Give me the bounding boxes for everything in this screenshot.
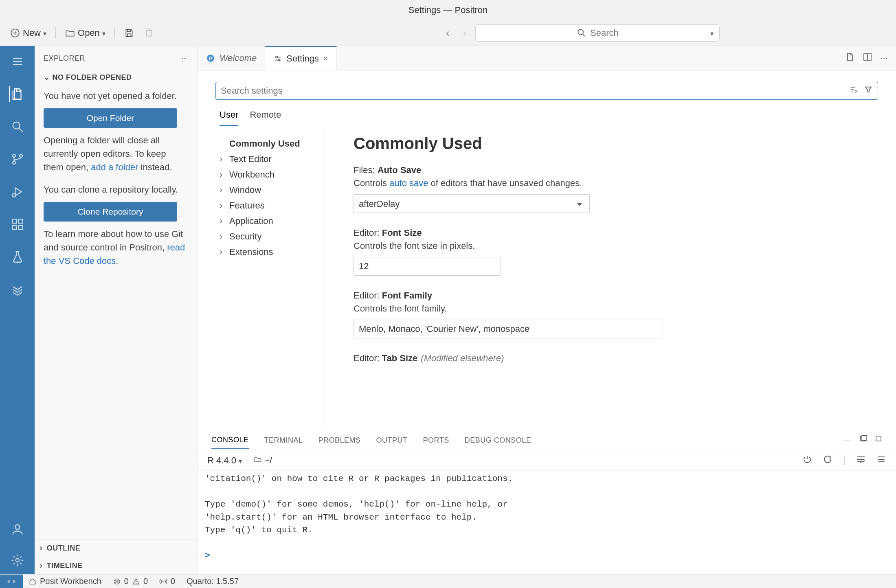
folder-icon	[254, 455, 262, 463]
settings-scope-tabs: User Remote	[198, 104, 896, 126]
cwd-button[interactable]: ~/	[254, 455, 272, 466]
remote-indicator[interactable]	[0, 575, 23, 588]
search-placeholder: Search	[590, 28, 619, 38]
panel-close-button[interactable]	[875, 435, 882, 444]
chevron-right-icon	[220, 185, 227, 195]
open-settings-json-button[interactable]	[845, 52, 854, 64]
new-menu[interactable]: New	[7, 26, 49, 40]
open-menu[interactable]: Open	[62, 26, 108, 40]
console-wrap-button[interactable]	[856, 454, 866, 467]
activity-search[interactable]	[9, 118, 26, 135]
panel-tab-problems[interactable]: PROBLEMS	[318, 430, 361, 449]
account-icon	[11, 522, 24, 536]
clone-repo-button[interactable]: Clone Repository	[44, 202, 177, 222]
folder-open-icon	[65, 28, 75, 38]
console-output[interactable]: 'citation()' on how to cite R or R packa…	[198, 471, 896, 574]
panel-minimize-button[interactable]: —	[844, 435, 852, 444]
remote-icon	[7, 577, 16, 586]
svg-point-18	[15, 525, 20, 529]
activity-manage[interactable]	[9, 552, 26, 568]
toc-application[interactable]: Application	[220, 213, 325, 229]
fontsize-input[interactable]	[354, 257, 501, 276]
toc-workbench[interactable]: Workbench	[220, 167, 325, 182]
panel-tab-output[interactable]: OUTPUT	[376, 430, 408, 449]
console-restart-button[interactable]	[823, 454, 832, 467]
activity-accounts[interactable]	[9, 521, 26, 538]
debug-icon	[11, 185, 24, 199]
svg-point-43	[136, 583, 136, 583]
svg-rect-17	[18, 219, 22, 223]
toc-extensions[interactable]: Extensions	[220, 244, 325, 260]
toc-commonly-used[interactable]: Commonly Used	[220, 136, 325, 151]
panel-maximize-button[interactable]	[859, 435, 867, 444]
panel-tab-debug[interactable]: DEBUG CONSOLE	[465, 430, 531, 449]
explorer-sidebar: EXPLORER ··· ⌄ NO FOLDER OPENED You have…	[35, 46, 198, 574]
square-icon	[875, 435, 882, 442]
nav-forward-button[interactable]: ›	[458, 27, 471, 39]
panel-tab-console[interactable]: CONSOLE	[211, 430, 249, 449]
home-icon	[29, 577, 37, 586]
console-clear-button[interactable]	[876, 454, 886, 467]
clear-search-button[interactable]	[849, 85, 858, 97]
activity-testing[interactable]	[9, 249, 26, 265]
settings-heading: Commonly Used	[354, 134, 872, 153]
scope-user[interactable]: User	[220, 110, 238, 126]
filter-settings-button[interactable]	[864, 85, 873, 97]
scope-remote[interactable]: Remote	[250, 110, 281, 126]
svg-point-10	[12, 154, 15, 157]
tab-settings[interactable]: Settings ×	[265, 46, 336, 70]
chevron-down-icon	[239, 455, 242, 465]
activity-extensions[interactable]	[9, 216, 26, 233]
menu-toggle[interactable]	[9, 53, 26, 70]
autosave-doc-link[interactable]: auto save	[389, 178, 428, 188]
status-workbench[interactable]: Posit Workbench	[23, 577, 107, 586]
save-all-button[interactable]	[141, 26, 156, 40]
activity-run-debug[interactable]	[9, 184, 26, 200]
save-button[interactable]	[121, 26, 137, 40]
runtime-selector[interactable]: R 4.4.0	[207, 455, 242, 466]
activity-connections[interactable]	[9, 281, 26, 298]
open-folder-button[interactable]: Open Folder	[44, 108, 177, 128]
svg-point-25	[278, 59, 280, 61]
svg-rect-14	[12, 219, 16, 223]
svg-point-24	[276, 56, 278, 58]
toc-security[interactable]: Security	[220, 229, 325, 244]
toc-features[interactable]: Features	[220, 198, 325, 213]
toc-text-editor[interactable]: Text Editor	[220, 151, 325, 167]
explorer-section-header[interactable]: ⌄ NO FOLDER OPENED	[35, 70, 197, 84]
editor-more-button[interactable]: ···	[881, 53, 888, 64]
activity-explorer[interactable]	[9, 86, 25, 102]
settings-search-input[interactable]	[221, 86, 849, 96]
fontfamily-input[interactable]	[354, 320, 663, 338]
split-editor-button[interactable]	[863, 52, 872, 64]
command-center-search[interactable]: Search	[475, 24, 720, 42]
status-problems[interactable]: 0 0	[107, 577, 154, 586]
setting-editor-tabsize: Editor: Tab Size(Modified elsewhere)	[354, 353, 872, 364]
settings-search-box[interactable]	[215, 82, 878, 100]
close-tab-button[interactable]: ×	[323, 53, 328, 64]
chevron-right-icon	[220, 169, 227, 180]
panel-tab-ports[interactable]: PORTS	[423, 430, 449, 449]
status-bar: Posit Workbench 0 0 0 Quarto: 1.5.57	[0, 574, 896, 588]
svg-line-4	[583, 34, 585, 36]
status-ports[interactable]: 0	[154, 577, 181, 586]
svg-rect-16	[18, 226, 22, 230]
window-title: Settings — Positron	[408, 5, 488, 15]
more-actions-button[interactable]: ···	[181, 54, 188, 63]
autosave-select[interactable]: afterDelay	[354, 194, 590, 213]
maximize-icon	[859, 435, 867, 442]
open-folder-hint: Opening a folder will close all currentl…	[44, 134, 188, 174]
add-folder-link[interactable]: add a folder	[91, 162, 138, 172]
outline-section[interactable]: OUTLINE	[35, 539, 197, 557]
nav-back-button[interactable]: ‹	[441, 27, 454, 39]
svg-rect-35	[876, 436, 881, 441]
svg-line-9	[19, 128, 23, 132]
status-quarto[interactable]: Quarto: 1.5.57	[181, 577, 244, 586]
activity-source-control[interactable]	[9, 151, 26, 167]
tab-welcome[interactable]: P Welcome	[198, 46, 265, 70]
svg-rect-34	[862, 436, 867, 441]
console-power-button[interactable]	[802, 454, 812, 467]
panel-tab-terminal[interactable]: TERMINAL	[264, 430, 303, 449]
timeline-section[interactable]: TIMELINE	[35, 557, 197, 574]
toc-window[interactable]: Window	[220, 182, 325, 198]
